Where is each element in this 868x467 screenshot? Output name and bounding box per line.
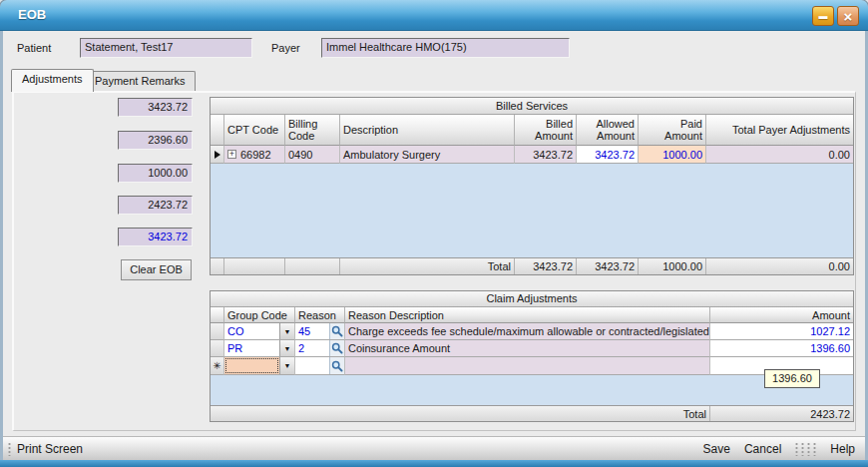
reason-description-cell[interactable] (345, 357, 710, 375)
group-code-combo[interactable]: ▼ (224, 357, 295, 375)
total-payer-adjustments: 0.00 (706, 258, 853, 274)
col-allowed-amount[interactable]: Allowed Amount (577, 115, 639, 146)
col-billed-amount[interactable]: Billed Amount (515, 115, 577, 146)
reason-field[interactable]: 2 (295, 340, 345, 357)
billed-amount-field[interactable]: 3423.72 (118, 98, 193, 117)
total-label: Total (340, 258, 515, 274)
allowed-amount-field[interactable]: 3423.72 (118, 228, 193, 246)
reason-field[interactable] (295, 357, 345, 375)
expand-icon[interactable]: + (227, 150, 236, 159)
title-bar[interactable]: EOB ▬ × (0, 0, 868, 31)
total-amount: 2423.72 (710, 406, 853, 421)
claim-adjustments-table: Claim Adjustments Group Code Reason Reas… (210, 290, 854, 422)
total-adjustments-field[interactable]: 2423.72 (118, 196, 193, 215)
reason-lookup-button[interactable] (329, 323, 344, 339)
billed-services-table: Billed Services CPT Code Billing Code De… (210, 97, 854, 275)
description-cell[interactable]: Ambulatory Surgery (340, 146, 515, 164)
cancel-button[interactable]: Cancel (744, 442, 781, 456)
print-screen-button[interactable]: Print Screen (17, 442, 83, 456)
amount-cell[interactable]: 1027.12 (710, 323, 853, 340)
close-icon: × (844, 9, 853, 24)
claim-adjustments-total-row: Total 2423.72 (211, 405, 853, 421)
tab-payment-remarks[interactable]: Payment Remarks (84, 71, 196, 92)
reason-field[interactable]: 45 (295, 323, 345, 340)
claim-adjustment-row[interactable]: CO ▼ 45 Charge exceeds fee schedule/maxi… (211, 323, 853, 340)
group-code-value: CO (224, 323, 279, 339)
status-bar: Print Screen Save Cancel Help (3, 436, 865, 460)
new-row-selector[interactable]: ✳ (211, 357, 224, 375)
magnifier-icon (331, 360, 343, 372)
window-title: EOB (18, 7, 46, 22)
chevron-down-icon: ▼ (284, 328, 291, 335)
amount-cell[interactable]: 1396.60 (710, 340, 853, 357)
minimize-button[interactable]: ▬ (812, 6, 834, 26)
group-code-value: PR (224, 340, 279, 356)
col-group-code[interactable]: Group Code (224, 307, 295, 323)
cpt-code-cell[interactable]: + 66982 (224, 146, 285, 164)
help-button[interactable]: Help (830, 442, 855, 456)
total-label: Total (211, 406, 710, 421)
billed-service-row[interactable]: + 66982 0490 Ambulatory Surgery 3423.72 … (211, 146, 853, 164)
current-row-arrow-icon (215, 151, 220, 159)
total-allowed: 3423.72 (577, 258, 639, 274)
cpt-code-value: 66982 (240, 149, 271, 161)
group-code-dropdown-button[interactable]: ▼ (279, 357, 294, 374)
close-button[interactable]: × (837, 6, 859, 26)
col-reason-description[interactable]: Reason Description (345, 307, 710, 323)
row-selector[interactable] (211, 146, 224, 164)
col-cpt-code[interactable]: CPT Code (224, 115, 285, 146)
billed-amount-cell[interactable]: 3423.72 (515, 146, 577, 164)
save-button[interactable]: Save (703, 442, 730, 456)
col-total-payer-adjustments[interactable]: Total Payer Adjustments (706, 115, 853, 146)
col-row-selector (211, 115, 224, 146)
col-description[interactable]: Description (340, 115, 515, 146)
reason-value: 45 (295, 323, 329, 339)
row-selector[interactable] (211, 323, 224, 340)
patient-label: Patient (17, 42, 51, 54)
new-row-icon: ✳ (213, 360, 220, 371)
patient-field[interactable]: Statement, Test17 (80, 38, 252, 58)
col-paid-amount[interactable]: Paid Amount (639, 115, 706, 146)
billed-services-title: Billed Services (211, 98, 853, 115)
clear-eob-button[interactable]: Clear EOB (121, 259, 192, 280)
total-spacer (211, 258, 224, 274)
claim-adjustment-new-row[interactable]: ✳ ▼ (211, 357, 853, 375)
group-code-dropdown-button[interactable]: ▼ (279, 323, 294, 339)
group-code-combo[interactable]: PR ▼ (224, 340, 295, 357)
tab-adjustments[interactable]: Adjustments (11, 69, 94, 92)
payer-field[interactable]: Immel Healthcare HMO(175) (321, 38, 570, 58)
eob-window: EOB ▬ × Patient Statement, Test17 Payer … (0, 0, 868, 467)
amount-paid-field[interactable]: 1000.00 (118, 164, 193, 183)
reason-value: 2 (295, 340, 329, 356)
reason-lookup-button[interactable] (329, 357, 344, 374)
row-selector[interactable] (211, 340, 224, 357)
total-payer-adjustments-cell[interactable]: 0.00 (706, 146, 853, 164)
chevron-down-icon: ▼ (284, 345, 291, 352)
allowed-amount-cell[interactable]: 3423.72 (577, 146, 639, 164)
total-spacer (285, 258, 340, 274)
group-code-combo[interactable]: CO ▼ (224, 323, 295, 340)
magnifier-icon (331, 342, 343, 354)
billed-services-header-row: CPT Code Billing Code Description Billed… (211, 115, 853, 146)
billing-code-cell[interactable]: 0490 (285, 146, 340, 164)
amount-tooltip: 1396.60 (764, 369, 820, 388)
col-reason[interactable]: Reason (295, 307, 345, 323)
col-billing-code[interactable]: Billing Code (285, 115, 340, 146)
chevron-down-icon: ▼ (284, 362, 291, 369)
reason-description-cell[interactable]: Coinsurance Amount (345, 340, 710, 357)
paid-amount-cell[interactable]: 1000.00 (639, 146, 706, 164)
reason-description-cell[interactable]: Charge exceeds fee schedule/maximum allo… (345, 323, 710, 340)
window-bottom-border (0, 460, 868, 467)
group-code-dropdown-button[interactable]: ▼ (279, 340, 294, 356)
claim-adjustment-row[interactable]: PR ▼ 2 Coinsurance Amount 1396.60 (211, 340, 853, 357)
statusbar-grip (8, 442, 11, 456)
total-billed: 3423.72 (515, 258, 577, 274)
magnifier-icon (331, 325, 343, 337)
statusbar-separator (795, 442, 816, 456)
col-amount[interactable]: Amount (710, 307, 853, 323)
reason-lookup-button[interactable] (329, 340, 344, 356)
reason-input[interactable] (295, 357, 329, 374)
group-code-input[interactable] (224, 357, 279, 374)
contract-fee-field[interactable]: 2396.60 (118, 131, 193, 150)
col-row-selector (211, 307, 224, 323)
